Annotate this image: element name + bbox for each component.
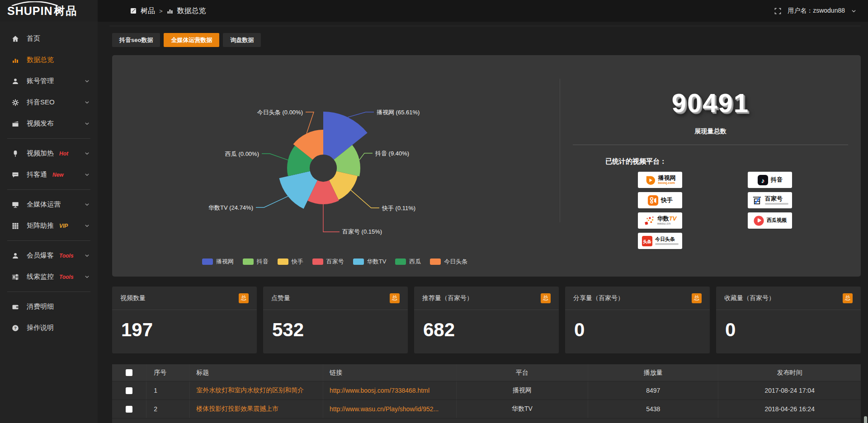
clapper-icon [12, 120, 19, 127]
sidebar-item-consume-detail[interactable]: 消费明细 [0, 296, 98, 317]
username-value: zswodun88 [813, 7, 845, 14]
rose-pie-chart: 播视网 (65.61%)抖音 (9.40%)快手 (0.11%)百家号 (0.1… [112, 55, 557, 277]
breadcrumb-item-shupin[interactable]: 树品 [141, 6, 155, 16]
tab-inquiry-data[interactable]: 询盘数据 [223, 33, 261, 47]
table-row-1: 1室外水纹灯和室内水纹灯的区别和简介http://www.boosj.com/7… [112, 381, 861, 400]
user-chevron-down-icon[interactable] [851, 9, 856, 14]
chevron-down-icon [85, 121, 90, 126]
shupin-crumb-icon [130, 8, 137, 14]
sidebar-item-label: 首页 [27, 34, 40, 43]
legend-item-快手[interactable]: 快手 [278, 258, 303, 266]
legend-item-今日头条[interactable]: 今日头条 [430, 258, 467, 266]
username[interactable]: 用户名：zswodun88 [788, 7, 845, 15]
total-badge: 总 [692, 293, 702, 303]
help-icon: ? [12, 324, 19, 332]
stat-card-title: 点赞量 [271, 294, 290, 302]
header-divider [109, 22, 861, 26]
stat-card-value: 532 [263, 310, 408, 341]
platform-badge-kuaishou: 快手 [638, 192, 682, 208]
platform-name: 西瓜视频 [767, 218, 787, 223]
svg-text:?: ? [14, 325, 17, 330]
sidebar-divider [7, 291, 90, 292]
sidebar-item-member-baoke[interactable]: 会员爆客Tools [0, 245, 98, 266]
legend-item-西瓜[interactable]: 西瓜 [395, 258, 421, 266]
pie-label-line [323, 204, 340, 232]
tab-bar: 抖音seo数据全媒体运营数据询盘数据 [112, 33, 861, 47]
legend-item-百家号[interactable]: 百家号 [312, 258, 344, 266]
platform-subtext: wasu.cn [657, 222, 671, 226]
platform-badge-boosj: 播视网boosj.com [638, 172, 682, 188]
col-header-link: 链接 [323, 364, 457, 381]
legend-label: 抖音 [257, 258, 269, 266]
chevron-down-icon [85, 100, 90, 105]
scrollbar-thumb[interactable] [864, 416, 867, 423]
sidebar-item-account-manage[interactable]: 账号管理 [0, 70, 98, 92]
stat-card-2: 推荐量（百家号）总682 [414, 287, 559, 353]
sidebar-divider [7, 138, 90, 139]
main-content: 抖音seo数据全媒体运营数据询盘数据 播视网 (65.61%)抖音 (9.40%… [98, 22, 868, 423]
svg-text:♪: ♪ [761, 177, 764, 184]
chevron-down-icon [85, 172, 90, 177]
tab-media-operation-data[interactable]: 全媒体运营数据 [164, 33, 219, 47]
table-row-2: 2楼体投影灯投影效果震撼上市http://www.wasu.cn/Play/sh… [112, 400, 861, 418]
sidebar-item-media-operation[interactable]: 全媒体运营 [0, 194, 98, 215]
legend-item-播视网[interactable]: 播视网 [202, 258, 234, 266]
cell-title-link[interactable]: 室外水纹灯和室内水纹灯的区别和简介 [190, 381, 323, 400]
legend-item-抖音[interactable]: 抖音 [243, 258, 269, 266]
legend-item-华数TV[interactable]: 华数TV [353, 258, 387, 266]
stat-card-title: 分享量（百家号） [573, 294, 624, 302]
baijiahao-logo-icon [751, 195, 763, 206]
total-badge: 总 [239, 293, 249, 303]
sidebar-item-clue-monitor[interactable]: 线索监控Tools [0, 266, 98, 287]
pie-slice-华数TV[interactable] [279, 171, 317, 209]
platform-badge-wasu: 华数TVwasu.cn [638, 212, 682, 229]
pie-label-line [348, 112, 374, 117]
sidebar-item-help-guide[interactable]: ?操作说明 [0, 317, 98, 338]
breadcrumb-separator: > [159, 8, 163, 14]
topbar-right: 用户名：zswodun88 [774, 7, 868, 15]
platform-name: 快手 [661, 197, 673, 203]
platform-name: 抖音 [771, 177, 783, 183]
fullscreen-icon[interactable] [774, 8, 781, 14]
breadcrumb-item-overview[interactable]: 数据总览 [177, 6, 206, 16]
cell-plays: 8497 [588, 381, 718, 400]
chevron-down-icon [85, 151, 90, 156]
app-logo: SHUPIN 树品 [0, 0, 98, 22]
sidebar-item-matrix-boost[interactable]: 矩阵助推VIP [0, 215, 98, 236]
cell-url-link[interactable]: http://www.boosj.com/7338468.html [323, 381, 457, 400]
chevron-down-icon [85, 79, 90, 84]
platform-badge-douyin: ♪♪♪抖音 [748, 172, 792, 188]
select-all-checkbox[interactable] [126, 369, 132, 376]
sidebar-item-home[interactable]: 首页 [0, 28, 98, 49]
stat-card-title: 推荐量（百家号） [422, 294, 473, 302]
wallet-icon [12, 303, 19, 310]
platform-tagline-blur [765, 203, 788, 205]
platform-badge-toutiao: 头条今日头条 [638, 233, 682, 249]
stat-card-title: 视频数量 [120, 294, 146, 302]
gear-icon [12, 99, 19, 106]
platforms-label: 已统计的视频平台： [605, 157, 666, 166]
sidebar-item-data-overview[interactable]: 数据总览 [0, 49, 98, 70]
cell-plays: 5438 [588, 400, 718, 418]
platform-badge-baijiahao: 百家号 [748, 192, 792, 208]
cell-title-link[interactable]: 楼体投影灯投影效果震撼上市 [190, 400, 323, 418]
overview-panel: 播视网 (65.61%)抖音 (9.40%)快手 (0.11%)百家号 (0.1… [112, 55, 861, 277]
pie-label-今日头条: 今日头条 (0.00%) [257, 109, 303, 116]
total-badge: 总 [541, 293, 551, 303]
sidebar-item-label: 消费明细 [27, 302, 54, 311]
stat-card-4: 收藏量（百家号）总0 [716, 287, 861, 353]
pie-label-line [359, 153, 373, 160]
legend-swatch [278, 258, 288, 265]
sidebar-item-douyin-seo[interactable]: 抖音SEO [0, 92, 98, 113]
sidebar-item-video-heat[interactable]: 视频加热Hot [0, 143, 98, 164]
cell-url-link[interactable]: http://www.wasu.cn/Play/show/id/952... [323, 400, 457, 418]
username-label: 用户名： [788, 7, 813, 14]
legend-label: 西瓜 [409, 258, 421, 266]
boosj-logo-icon [645, 174, 656, 186]
tab-douyin-seo-data[interactable]: 抖音seo数据 [112, 33, 160, 47]
sidebar-item-douketong[interactable]: 抖客通New [0, 164, 98, 185]
toutiao-logo-icon: 头条 [642, 235, 653, 247]
sidebar-item-video-publish[interactable]: 视频发布 [0, 113, 98, 134]
row-checkbox[interactable] [126, 406, 132, 413]
row-checkbox[interactable] [126, 387, 132, 394]
